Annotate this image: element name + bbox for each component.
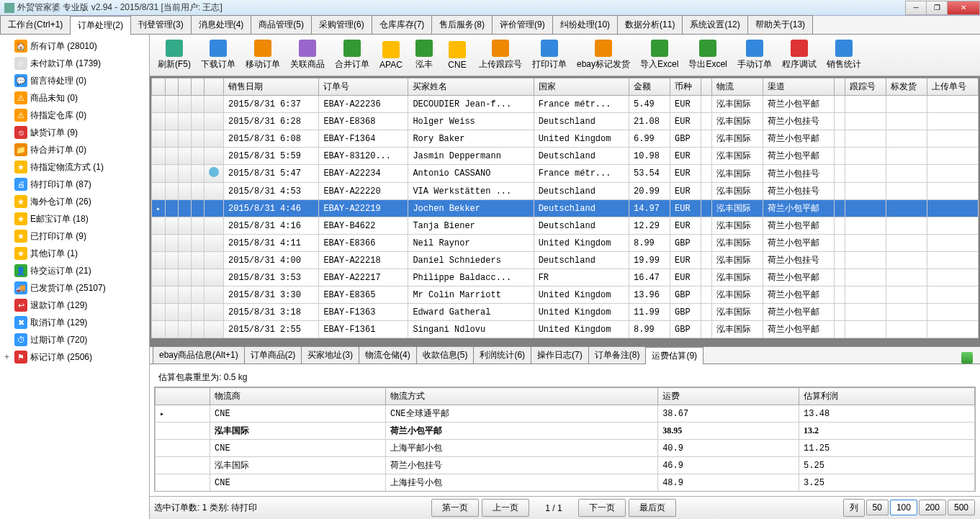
sidebar-item[interactable]: 🏠所有订单 (28010) (0, 37, 149, 55)
table-row[interactable]: 2015/8/31 5:47EBAY-A22234Antonio CASSANO… (152, 165, 979, 183)
sidebar-item[interactable]: 💬留言待处理 (0) (0, 72, 149, 89)
sidebar-item[interactable]: ⚠待指定仓库 (0) (0, 107, 149, 124)
table-row[interactable]: 2015/8/31 4:00EBAY-A22218Daniel Schniede… (152, 252, 979, 269)
detail-tab[interactable]: 利润统计(6) (473, 346, 531, 364)
toolbar-button[interactable]: CNE (441, 37, 473, 74)
table-row[interactable]: 2015/8/31 5:59EBAY-83120...Jasmin Depper… (152, 148, 979, 165)
page-size-button[interactable]: 200 (919, 500, 946, 515)
table-row[interactable]: 2015/8/31 6:08EBAY-F1364Rory BakerUnited… (152, 130, 979, 148)
next-page-button[interactable]: 下一页 (578, 499, 626, 517)
sidebar-item[interactable]: ⏱过期订单 (720) (0, 331, 149, 348)
toolbar-button[interactable]: 泓丰 (408, 37, 440, 74)
column-header[interactable]: 国家 (534, 78, 629, 96)
detail-tab[interactable]: 收款信息(5) (416, 346, 475, 364)
close-button[interactable]: ✕ (947, 1, 980, 15)
column-header[interactable]: 跟踪号 (845, 78, 886, 96)
table-row[interactable]: 2015/8/31 3:18EBAY-F1363Edward GatheralU… (152, 304, 979, 321)
sidebar-item[interactable]: ★海外仓订单 (26) (0, 193, 149, 210)
main-tab[interactable]: 刊登管理(3) (130, 15, 192, 34)
column-header[interactable] (834, 78, 845, 96)
column-header[interactable] (204, 78, 224, 96)
main-tab[interactable]: 纠纷处理(10) (552, 15, 618, 34)
toolbar-button[interactable]: ebay标记发货 (572, 37, 634, 74)
main-tab[interactable]: 售后服务(8) (431, 15, 493, 34)
toolbar-button[interactable]: 手动订单 (733, 37, 776, 74)
toolbar-button[interactable]: 下载订单 (197, 37, 240, 74)
column-header[interactable] (192, 78, 204, 96)
detail-tab[interactable]: 物流仓储(4) (359, 346, 417, 364)
detail-tab[interactable]: 订单备注(8) (588, 346, 647, 364)
column-header[interactable]: 渠道 (763, 78, 835, 96)
toolbar-button[interactable]: 刷新(F5) (153, 37, 195, 74)
main-tab[interactable]: 消息处理(4) (191, 15, 252, 34)
column-header[interactable] (701, 78, 712, 96)
column-header[interactable]: 估算利润 (799, 388, 975, 405)
sidebar-item[interactable]: ★E邮宝订单 (18) (0, 210, 149, 227)
toolbar-button[interactable]: 导出Excel (684, 37, 731, 74)
sidebar-item[interactable]: 📁待合并订单 (0) (0, 141, 149, 158)
toolbar-button[interactable]: 打印订单 (528, 37, 571, 74)
order-grid-wrap[interactable]: 销售日期订单号买家姓名国家金额币种物流渠道跟踪号标发货上传单号2015/8/31… (150, 76, 980, 346)
book-icon[interactable] (961, 352, 973, 364)
main-tab[interactable]: 帮助关于(13) (747, 15, 813, 34)
column-header[interactable]: 运费 (658, 388, 799, 405)
expand-icon[interactable]: + (4, 352, 9, 362)
column-header[interactable]: 标发货 (886, 78, 927, 96)
column-header[interactable] (156, 388, 210, 405)
column-header[interactable]: 金额 (629, 78, 670, 96)
sidebar-item[interactable]: ★已打印订单 (9) (0, 227, 149, 245)
toolbar-button[interactable]: 合并订单 (331, 37, 374, 74)
toolbar-button[interactable]: APAC (375, 37, 407, 74)
maximize-button[interactable]: ❐ (926, 1, 948, 15)
toolbar-button[interactable]: 移动订单 (241, 37, 284, 74)
sidebar-item[interactable]: ⚠商品未知 (0) (0, 89, 149, 107)
table-row[interactable]: 2015/8/31 3:53EBAY-A22217Philippe Baldac… (152, 269, 979, 286)
detail-tab[interactable]: 买家地址(3) (301, 346, 359, 364)
page-size-button[interactable]: 100 (890, 500, 917, 515)
column-header[interactable]: 销售日期 (224, 78, 319, 96)
main-tab[interactable]: 评价管理(9) (492, 15, 553, 34)
table-row[interactable]: CNECNE全球通平邮38.6713.48 (156, 405, 975, 423)
table-row[interactable]: 2015/8/31 4:16EBAY-B4622Tanja BienerDeut… (152, 217, 979, 235)
main-tab[interactable]: 订单处理(2) (70, 16, 131, 35)
column-header[interactable]: 买家姓名 (408, 78, 534, 96)
detail-tab[interactable]: ebay商品信息(Alt+1) (153, 346, 245, 364)
column-header[interactable]: 物流方式 (385, 388, 657, 405)
main-tab[interactable]: 系统设置(12) (682, 15, 747, 34)
sidebar-item[interactable]: ★其他订单 (1) (0, 245, 149, 262)
table-row[interactable]: 2015/8/31 6:37EBAY-A22236DECOUDIER Jean-… (152, 96, 979, 113)
sidebar-item[interactable]: ⦸缺货订单 (9) (0, 124, 149, 141)
prev-page-button[interactable]: 上一页 (482, 499, 529, 517)
table-row[interactable]: CNE上海平邮小包40.911.25 (156, 440, 975, 457)
table-row[interactable]: 2015/8/31 4:46EBAY-A22219Jochen BekkerDe… (152, 200, 979, 217)
table-row[interactable]: 2015/8/31 4:11EBAY-E8366Neil RaynorUnite… (152, 235, 979, 252)
detail-tab[interactable]: 运费估算(9) (645, 347, 703, 364)
page-size-button[interactable]: 500 (948, 500, 975, 515)
toolbar-button[interactable]: 导入Excel (636, 37, 683, 74)
table-row[interactable]: 2015/8/31 4:53EBAY-A22220VIA Werkstätten… (152, 183, 979, 200)
column-header[interactable] (166, 78, 179, 96)
main-tab[interactable]: 仓库库存(7) (372, 15, 433, 34)
table-row[interactable]: 2015/8/31 6:28EBAY-E8368Holger WeissDeut… (152, 113, 979, 130)
detail-tab[interactable]: 操作日志(7) (531, 346, 589, 364)
page-size-button[interactable]: 列 (843, 499, 865, 517)
page-size-button[interactable]: 50 (866, 500, 889, 515)
minimize-button[interactable]: ─ (905, 1, 927, 15)
sidebar-item[interactable]: ↩退款订单 (129) (0, 297, 149, 314)
main-tab[interactable]: 采购管理(6) (311, 15, 372, 34)
main-tab[interactable]: 数据分析(11) (617, 15, 683, 34)
main-tab[interactable]: 商品管理(5) (251, 15, 312, 34)
table-row[interactable]: 2015/8/31 3:30EBAY-E8365Mr Colin Marriot… (152, 286, 979, 304)
table-row[interactable]: 2015/8/31 2:55EBAY-F1361Singani NdlovuUn… (152, 321, 979, 338)
toolbar-button[interactable]: 程序调试 (778, 37, 821, 74)
sidebar-item[interactable]: ★待指定物流方式 (1) (0, 158, 149, 176)
table-row[interactable]: 泓丰国际荷兰小包平邮38.9513.2 (156, 423, 975, 440)
table-row[interactable]: 泓丰国际荷兰小包挂号46.95.25 (156, 457, 975, 474)
table-row[interactable]: CNECNE全球通挂号49.772.38 (156, 492, 975, 492)
sidebar-item[interactable]: 🖨待打印订单 (87) (0, 176, 149, 193)
sidebar-item[interactable]: 👤待交运订单 (21) (0, 262, 149, 279)
sidebar-item[interactable]: +⚑标记订单 (2506) (0, 348, 149, 366)
toolbar-button[interactable]: 关联商品 (286, 37, 329, 74)
column-header[interactable]: 物流 (712, 78, 763, 96)
shipping-grid-wrap[interactable]: 物流商物流方式运费估算利润CNECNE全球通平邮38.6713.48泓丰国际荷兰… (154, 387, 976, 492)
